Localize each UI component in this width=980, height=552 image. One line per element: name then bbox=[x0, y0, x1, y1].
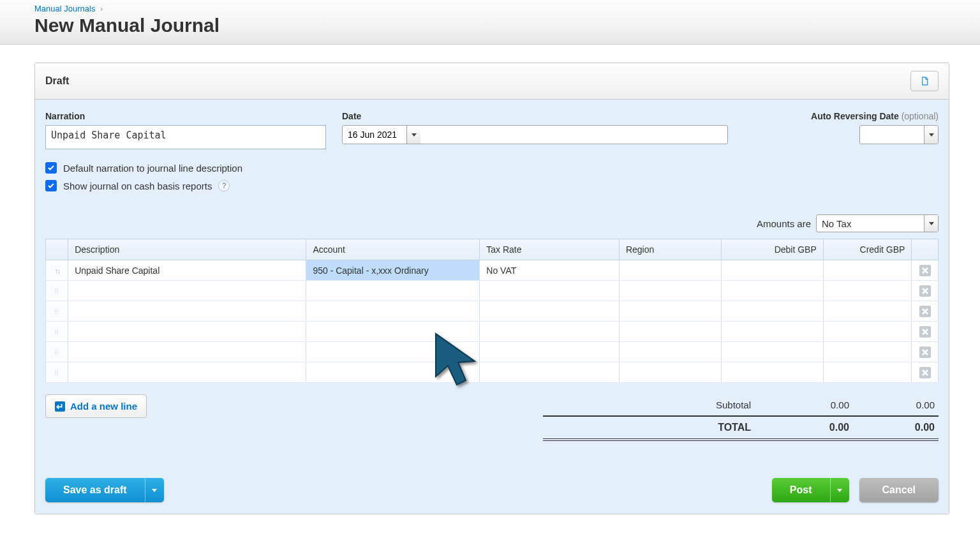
col-debit: Debit GBP bbox=[721, 239, 823, 260]
cell-tax[interactable] bbox=[480, 301, 620, 322]
cell-debit[interactable] bbox=[721, 281, 823, 301]
drag-handle[interactable]: ∷∷ bbox=[46, 342, 68, 362]
amounts-are-dropdown-trigger[interactable] bbox=[924, 215, 938, 232]
cell-debit[interactable] bbox=[721, 322, 823, 342]
cell-region[interactable] bbox=[619, 322, 721, 342]
cell-description[interactable] bbox=[68, 362, 306, 383]
drag-dots-icon: ∷∷ bbox=[53, 371, 61, 376]
amounts-are-label: Amounts are bbox=[757, 218, 811, 229]
cell-debit[interactable] bbox=[721, 362, 823, 383]
cell-account[interactable]: 950 - Capital - x,xxx Ordinary bbox=[306, 260, 480, 281]
save-as-draft-button[interactable]: Save as draft bbox=[45, 478, 164, 502]
cell-account[interactable] bbox=[306, 362, 480, 383]
cell-region[interactable] bbox=[619, 362, 721, 383]
cell-region[interactable] bbox=[619, 301, 721, 322]
narration-label: Narration bbox=[45, 111, 342, 121]
drag-handle[interactable]: ∷∷ bbox=[46, 362, 68, 383]
totals-block: Subtotal 0.00 0.00 TOTAL 0.00 0.00 bbox=[543, 394, 939, 441]
cell-account[interactable] bbox=[306, 322, 480, 342]
cell-tax[interactable] bbox=[480, 342, 620, 362]
checkbox-checked-icon bbox=[45, 162, 57, 174]
cell-description[interactable] bbox=[68, 342, 306, 362]
cell-region[interactable] bbox=[619, 281, 721, 301]
subtotal-debit: 0.00 bbox=[754, 399, 849, 410]
attach-file-button[interactable] bbox=[910, 71, 939, 91]
drag-handle[interactable]: ∷∷ bbox=[46, 281, 68, 301]
cell-tax[interactable] bbox=[480, 322, 620, 342]
close-icon bbox=[922, 329, 928, 335]
delete-row-button[interactable] bbox=[919, 265, 931, 276]
chevron-down-icon bbox=[152, 489, 157, 492]
chevron-down-icon bbox=[412, 133, 417, 137]
cell-credit[interactable] bbox=[823, 281, 912, 301]
table-row[interactable]: ∷∷ bbox=[46, 362, 939, 383]
cell-credit[interactable] bbox=[823, 322, 912, 342]
delete-row-button[interactable] bbox=[919, 285, 931, 297]
narration-input[interactable] bbox=[45, 125, 326, 149]
cell-account[interactable] bbox=[306, 281, 480, 301]
page-title: New Manual Journal bbox=[34, 15, 980, 36]
cell-description[interactable]: Unpaid Share Capital bbox=[68, 260, 306, 281]
table-row[interactable]: ∷∷ bbox=[46, 322, 939, 342]
help-icon[interactable]: ? bbox=[218, 180, 230, 191]
cell-debit[interactable] bbox=[721, 260, 823, 281]
col-drag bbox=[46, 239, 68, 260]
cell-account[interactable] bbox=[306, 342, 480, 362]
page-header: Manual Journals › New Manual Journal bbox=[0, 0, 980, 45]
date-picker[interactable] bbox=[342, 125, 728, 144]
breadcrumb-link-manual-journals[interactable]: Manual Journals bbox=[34, 4, 95, 13]
cell-credit[interactable] bbox=[823, 301, 912, 322]
auto-reversing-date-input[interactable] bbox=[860, 126, 924, 144]
cell-description[interactable] bbox=[68, 301, 306, 322]
drag-dots-icon: ∷∷ bbox=[53, 330, 61, 335]
post-button[interactable]: Post bbox=[772, 478, 849, 502]
breadcrumb-separator: › bbox=[100, 4, 103, 13]
col-region: Region bbox=[619, 239, 721, 260]
date-input[interactable] bbox=[343, 126, 406, 144]
cell-tax[interactable] bbox=[480, 281, 620, 301]
auto-reversing-date-picker[interactable] bbox=[859, 125, 939, 144]
delete-row-button[interactable] bbox=[919, 306, 931, 317]
post-dropdown[interactable] bbox=[830, 478, 849, 502]
cell-region[interactable] bbox=[619, 342, 721, 362]
cell-description[interactable] bbox=[68, 281, 306, 301]
amounts-are-select[interactable]: No Tax bbox=[816, 214, 939, 232]
default-narration-label: Default narration to journal line descri… bbox=[63, 163, 242, 174]
drag-handle[interactable]: ↑↓ bbox=[46, 260, 68, 281]
cell-debit[interactable] bbox=[721, 301, 823, 322]
cell-description[interactable] bbox=[68, 322, 306, 342]
cell-credit[interactable] bbox=[823, 362, 912, 383]
amounts-are-value: No Tax bbox=[817, 215, 924, 232]
cell-region[interactable] bbox=[619, 260, 721, 281]
col-description: Description bbox=[68, 239, 306, 260]
cancel-button[interactable]: Cancel bbox=[859, 478, 939, 502]
table-row[interactable]: ∷∷ bbox=[46, 301, 939, 322]
delete-row-button[interactable] bbox=[919, 326, 931, 338]
delete-row-button[interactable] bbox=[919, 347, 931, 358]
close-icon bbox=[922, 349, 928, 355]
close-icon bbox=[922, 369, 928, 376]
date-dropdown-trigger[interactable] bbox=[406, 126, 420, 144]
drag-dots-icon: ∷∷ bbox=[53, 350, 61, 355]
drag-handle[interactable]: ∷∷ bbox=[46, 322, 68, 342]
cell-account[interactable] bbox=[306, 301, 480, 322]
file-icon bbox=[919, 76, 930, 86]
delete-row-button[interactable] bbox=[919, 367, 931, 378]
add-line-button[interactable]: ↵ Add a new line bbox=[45, 394, 147, 418]
table-row[interactable]: ∷∷ bbox=[46, 281, 939, 301]
cell-debit[interactable] bbox=[721, 342, 823, 362]
cell-tax[interactable] bbox=[480, 362, 620, 383]
default-narration-checkbox-row[interactable]: Default narration to journal line descri… bbox=[45, 162, 939, 174]
table-row[interactable]: ∷∷ bbox=[46, 342, 939, 362]
table-row[interactable]: ↑↓ Unpaid Share Capital 950 - Capital - … bbox=[46, 260, 939, 281]
auto-reversing-dropdown-trigger[interactable] bbox=[924, 126, 938, 144]
cell-credit[interactable] bbox=[823, 260, 912, 281]
date-label: Date bbox=[342, 111, 728, 121]
chevron-down-icon bbox=[929, 133, 934, 137]
cell-credit[interactable] bbox=[823, 342, 912, 362]
drag-handle[interactable]: ∷∷ bbox=[46, 301, 68, 322]
cell-tax[interactable]: No VAT bbox=[480, 260, 620, 281]
save-as-draft-dropdown[interactable] bbox=[145, 478, 164, 502]
journal-panel: Draft Narration Date bbox=[34, 63, 949, 514]
show-cash-basis-checkbox-row[interactable]: Show journal on cash basis reports ? bbox=[45, 180, 939, 191]
